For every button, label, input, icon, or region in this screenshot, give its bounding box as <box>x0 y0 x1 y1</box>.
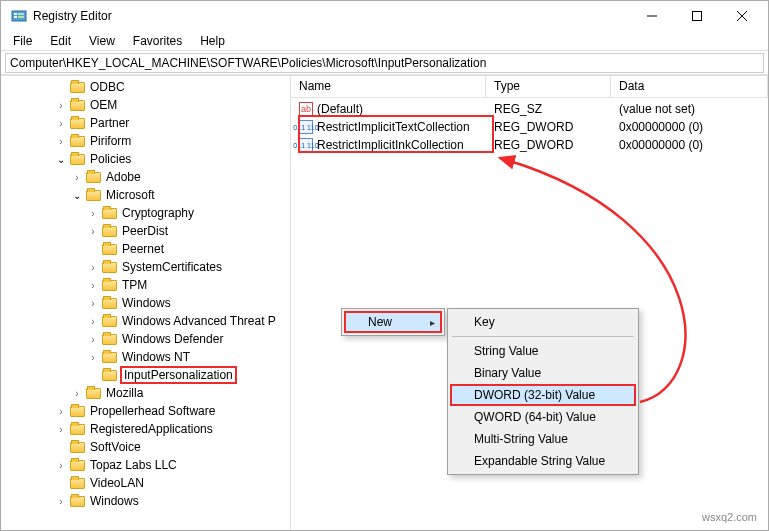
tree-node[interactable]: ›Adobe <box>1 168 290 186</box>
chevron-right-icon[interactable]: › <box>53 118 69 129</box>
address-input[interactable] <box>5 53 764 73</box>
app-icon <box>11 8 27 24</box>
tree-node[interactable]: Peernet <box>1 240 290 258</box>
menu-favorites[interactable]: Favorites <box>125 32 190 50</box>
window-title: Registry Editor <box>33 9 629 23</box>
chevron-right-icon[interactable]: › <box>85 334 101 345</box>
context-item[interactable]: Key <box>450 311 636 333</box>
tree-node[interactable]: ›RegisteredApplications <box>1 420 290 438</box>
chevron-right-icon[interactable]: › <box>53 406 69 417</box>
chevron-right-icon[interactable]: › <box>53 460 69 471</box>
chevron-right-icon[interactable]: › <box>85 352 101 363</box>
tree-label: Piriform <box>88 134 133 148</box>
col-header-type[interactable]: Type <box>486 76 611 97</box>
folder-icon <box>69 80 85 94</box>
context-item[interactable]: DWORD (32-bit) Value <box>450 384 636 406</box>
list-row[interactable]: 011 110RestrictImplicitTextCollectionREG… <box>291 118 768 136</box>
tree-label: ODBC <box>88 80 127 94</box>
col-header-data[interactable]: Data <box>611 76 768 97</box>
dword-value-icon: 011 110 <box>299 120 313 134</box>
chevron-right-icon[interactable]: › <box>85 298 101 309</box>
maximize-button[interactable] <box>674 1 719 31</box>
tree-label: Windows NT <box>120 350 192 364</box>
list-row[interactable]: 011 110RestrictImplicitInkCollectionREG_… <box>291 136 768 154</box>
chevron-right-icon[interactable]: › <box>85 316 101 327</box>
tree-node[interactable]: VideoLAN <box>1 474 290 492</box>
tree-node[interactable]: ›Partner <box>1 114 290 132</box>
tree-node[interactable]: ›TPM <box>1 276 290 294</box>
tree-node[interactable]: ›Piriform <box>1 132 290 150</box>
value-data: 0x00000000 (0) <box>611 138 768 152</box>
folder-icon <box>69 458 85 472</box>
chevron-right-icon[interactable]: › <box>85 262 101 273</box>
svg-rect-4 <box>18 16 24 18</box>
menu-file[interactable]: File <box>5 32 40 50</box>
tree-label: Topaz Labs LLC <box>88 458 179 472</box>
tree-node[interactable]: ›Propellerhead Software <box>1 402 290 420</box>
tree-label: Windows <box>88 494 141 508</box>
chevron-right-icon[interactable]: › <box>53 496 69 507</box>
context-item[interactable]: Binary Value <box>450 362 636 384</box>
col-header-name[interactable]: Name <box>291 76 486 97</box>
context-item[interactable]: Multi-String Value <box>450 428 636 450</box>
chevron-right-icon[interactable]: › <box>53 424 69 435</box>
folder-icon <box>85 170 101 184</box>
chevron-down-icon[interactable]: ⌄ <box>69 190 85 201</box>
menu-view[interactable]: View <box>81 32 123 50</box>
folder-icon <box>69 422 85 436</box>
folder-icon <box>101 314 117 328</box>
context-item-new[interactable]: New <box>344 311 442 333</box>
folder-icon <box>69 494 85 508</box>
menu-help[interactable]: Help <box>192 32 233 50</box>
tree-node[interactable]: ›SystemCertificates <box>1 258 290 276</box>
tree-node[interactable]: SoftVoice <box>1 438 290 456</box>
chevron-right-icon[interactable]: › <box>53 136 69 147</box>
tree-node[interactable]: ›OEM <box>1 96 290 114</box>
tree-node[interactable]: ›Windows Defender <box>1 330 290 348</box>
tree-label: Propellerhead Software <box>88 404 217 418</box>
svg-rect-6 <box>692 12 701 21</box>
tree-node[interactable]: ›Cryptography <box>1 204 290 222</box>
tree-node[interactable]: ›Mozilla <box>1 384 290 402</box>
window-controls <box>629 1 764 31</box>
tree-label: Cryptography <box>120 206 196 220</box>
value-type: REG_SZ <box>486 102 611 116</box>
menu-edit[interactable]: Edit <box>42 32 79 50</box>
list-row[interactable]: ab(Default)REG_SZ(value not set) <box>291 100 768 118</box>
folder-icon <box>101 260 117 274</box>
chevron-right-icon[interactable]: › <box>85 226 101 237</box>
folder-icon <box>101 296 117 310</box>
folder-icon <box>101 368 117 382</box>
tree-node[interactable]: InputPersonalization <box>1 366 290 384</box>
tree-node[interactable]: ›Windows <box>1 294 290 312</box>
tree-node[interactable]: ⌄Policies <box>1 150 290 168</box>
tree-node[interactable]: ›Windows NT <box>1 348 290 366</box>
tree-node[interactable]: ›PeerDist <box>1 222 290 240</box>
folder-icon <box>101 242 117 256</box>
tree-node[interactable]: ⌄Microsoft <box>1 186 290 204</box>
minimize-button[interactable] <box>629 1 674 31</box>
chevron-right-icon[interactable]: › <box>85 280 101 291</box>
context-item[interactable]: String Value <box>450 340 636 362</box>
context-submenu-new: KeyString ValueBinary ValueDWORD (32-bit… <box>447 308 639 475</box>
tree-pane[interactable]: ODBC›OEM›Partner›Piriform⌄Policies›Adobe… <box>1 76 291 530</box>
tree-label: Partner <box>88 116 131 130</box>
chevron-right-icon[interactable]: › <box>69 388 85 399</box>
chevron-right-icon[interactable]: › <box>69 172 85 183</box>
chevron-down-icon[interactable]: ⌄ <box>53 154 69 165</box>
tree-node[interactable]: ODBC <box>1 78 290 96</box>
tree-node[interactable]: ›Windows <box>1 492 290 510</box>
close-button[interactable] <box>719 1 764 31</box>
tree-node[interactable]: ›Windows Advanced Threat P <box>1 312 290 330</box>
chevron-right-icon[interactable]: › <box>85 208 101 219</box>
tree-label: InputPersonalization <box>120 366 237 384</box>
folder-icon <box>69 440 85 454</box>
chevron-right-icon[interactable]: › <box>53 100 69 111</box>
tree-label: Peernet <box>120 242 166 256</box>
svg-rect-2 <box>14 16 17 18</box>
folder-icon <box>69 476 85 490</box>
folder-icon <box>69 134 85 148</box>
tree-node[interactable]: ›Topaz Labs LLC <box>1 456 290 474</box>
context-item[interactable]: QWORD (64-bit) Value <box>450 406 636 428</box>
context-item[interactable]: Expandable String Value <box>450 450 636 472</box>
